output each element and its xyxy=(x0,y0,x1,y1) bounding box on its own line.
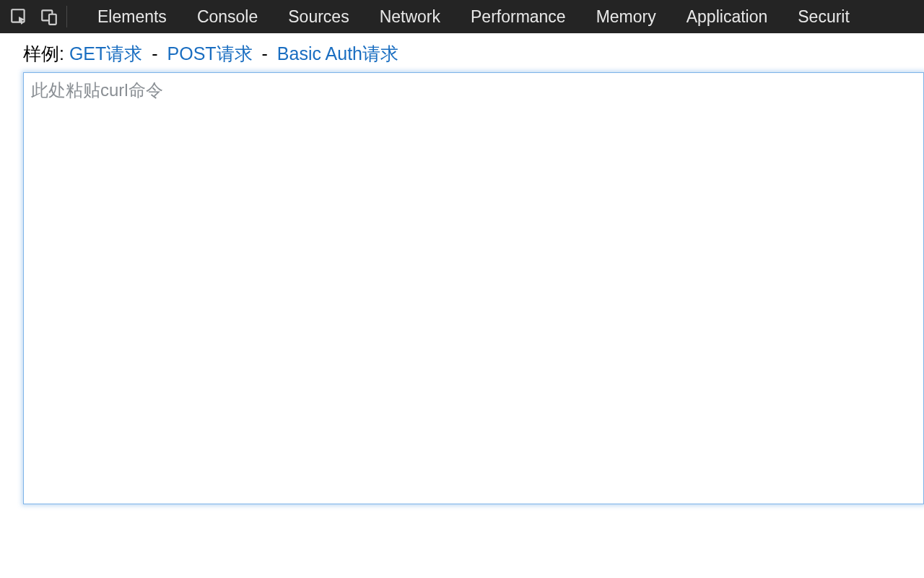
separator: - xyxy=(147,43,162,64)
examples-row: 样例: GET请求 - POST请求 - Basic Auth请求 xyxy=(23,40,924,68)
tab-application[interactable]: Application xyxy=(687,7,768,27)
example-link-basic-auth[interactable]: Basic Auth请求 xyxy=(277,43,398,64)
example-link-post[interactable]: POST请求 xyxy=(167,43,253,64)
device-toggle-icon[interactable] xyxy=(39,7,59,27)
page-content: 样例: GET请求 - POST请求 - Basic Auth请求 xyxy=(0,33,924,507)
tab-network[interactable]: Network xyxy=(380,7,440,27)
tab-sources[interactable]: Sources xyxy=(288,7,349,27)
tab-performance[interactable]: Performance xyxy=(471,7,566,27)
inspect-element-icon[interactable] xyxy=(9,7,29,27)
tab-console[interactable]: Console xyxy=(197,7,258,27)
separator: - xyxy=(258,43,272,64)
tab-security[interactable]: Securit xyxy=(798,7,850,27)
toolbar-icon-group xyxy=(6,6,67,27)
tab-memory[interactable]: Memory xyxy=(596,7,656,27)
svg-rect-2 xyxy=(49,14,56,25)
examples-label: 样例: xyxy=(23,43,64,64)
devtools-toolbar: Elements Console Sources Network Perform… xyxy=(0,0,924,33)
curl-input[interactable] xyxy=(23,72,924,504)
devtools-tabs: Elements Console Sources Network Perform… xyxy=(80,7,850,27)
example-link-get[interactable]: GET请求 xyxy=(69,43,142,64)
tab-elements[interactable]: Elements xyxy=(97,7,167,27)
